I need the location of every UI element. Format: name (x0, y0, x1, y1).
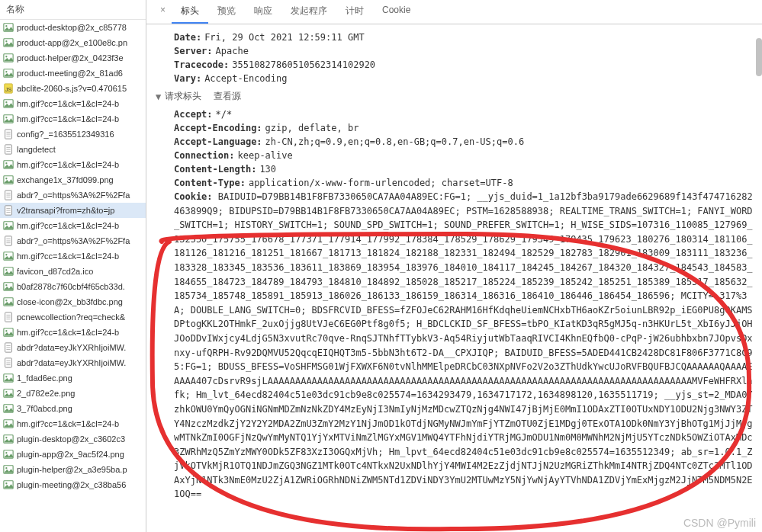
header-value: Fri, 29 Oct 2021 12:59:11 GMT (204, 32, 365, 43)
header-key: Content-Type: (174, 178, 246, 188)
file-item-label: plugin-helper@2x_a3e95ba.p (17, 465, 127, 474)
file-item-label: 2_d782e2e.png (17, 389, 75, 398)
tab-3[interactable]: 发起程序 (281, 0, 336, 24)
svg-point-73 (5, 452, 7, 453)
file-item[interactable]: 1_fdad6ec.png (0, 370, 146, 386)
file-item-label: hm.gif?cc=1&ck=1&cl=24-b (17, 221, 119, 230)
header-value: */* (216, 109, 233, 120)
cookie-header: Cookie: BAIDUID=D79BB14B1F8FB7330650CA7A… (156, 190, 753, 502)
doc-file-icon (3, 129, 14, 139)
close-tab-icon[interactable]: × (154, 0, 172, 24)
view-source-link[interactable]: 查看源 (214, 90, 241, 103)
file-item-label: product-desktop@2x_c85778 (17, 23, 127, 32)
header-key: Accept: (174, 109, 213, 120)
file-item-label: product-app@2x_e100e8c.pn (17, 38, 127, 47)
request-header-row: Accept-Encoding: gzip, deflate, br (156, 121, 753, 135)
chevron-down-icon: ▼ (156, 91, 163, 102)
image-file-icon (3, 98, 14, 109)
file-item[interactable]: product-helper@2x_0423f3e (0, 50, 146, 66)
request-header-row: Content-Type: application/x-www-form-url… (156, 176, 753, 190)
request-headers-section[interactable]: ▼ 请求标头 查看源 (156, 85, 753, 107)
header-key: Accept-Encoding: (174, 123, 262, 133)
svg-point-47 (5, 300, 7, 301)
file-item[interactable]: favicon_d87cd2a.ico (0, 264, 146, 279)
svg-point-7 (5, 71, 7, 72)
header-key: Vary: (174, 73, 201, 84)
file-item[interactable]: pcnewcollection?req=check& (0, 309, 146, 325)
svg-point-35 (5, 223, 7, 225)
file-item-label: hm.gif?cc=1&ck=1&cl=24-b (17, 419, 119, 428)
file-item-label: abdr?data=eyJkYXRhIjoiMW. (17, 343, 126, 352)
image-file-icon (3, 296, 14, 307)
svg-point-67 (5, 406, 7, 408)
image-file-icon (3, 159, 14, 170)
file-item[interactable]: hm.gif?cc=1&ck=1&cl=24-b (0, 416, 146, 431)
file-item[interactable]: hm.gif?cc=1&ck=1&cl=24-b (0, 248, 146, 264)
svg-point-65 (5, 391, 7, 393)
header-value: Accept-Encoding (204, 73, 287, 84)
file-item[interactable]: langdetect (0, 142, 146, 157)
doc-file-icon (3, 342, 14, 353)
file-item-label: plugin-app@2x_9ac5f24.png (17, 450, 124, 459)
file-item[interactable]: plugin-desktop@2x_c3602c3 (0, 431, 146, 447)
tabs: × 标头预览响应发起程序计时Cookie (146, 0, 762, 24)
image-file-icon (3, 281, 14, 292)
file-item[interactable]: abdr?data=eyJkYXRhIjoiMW. (0, 340, 146, 355)
svg-point-45 (5, 284, 7, 286)
file-item[interactable]: product-app@2x_e100e8c.pn (0, 35, 146, 50)
image-file-icon (3, 373, 14, 383)
header-key: Connection: (174, 150, 234, 161)
main-panel: × 标头预览响应发起程序计时Cookie Date: Fri, 29 Oct 2… (146, 0, 762, 532)
file-item[interactable]: abdr?_o=https%3A%2F%2Ffa (0, 233, 146, 248)
file-item[interactable]: hm.gif?cc=1&ck=1&cl=24-b (0, 157, 146, 172)
file-item-label: favicon_d87cd2a.ico (17, 267, 93, 276)
file-item[interactable]: plugin-app@2x_9ac5f24.png (0, 447, 146, 462)
image-file-icon (3, 53, 14, 63)
image-file-icon (3, 434, 14, 444)
file-item[interactable]: hm.gif?cc=1&ck=1&cl=24-b (0, 96, 146, 111)
file-item-label: plugin-meeting@2x_c38ba56 (17, 480, 126, 489)
file-item[interactable]: hm.gif?cc=1&ck=1&cl=24-b (0, 218, 146, 233)
header-key: Tracecode: (174, 59, 229, 70)
file-item[interactable]: exchange1x_37fd099.png (0, 172, 146, 187)
file-item[interactable]: product-meeting@2x_81ad6 (0, 66, 146, 81)
file-item-label: abdr?data=eyJkYXRhIjoiMW. (17, 358, 126, 367)
file-item[interactable]: plugin-helper@2x_a3e95ba.p (0, 462, 146, 477)
doc-file-icon (3, 236, 14, 246)
file-item[interactable]: config?_=1635512349316 (0, 127, 146, 142)
file-item-label: plugin-desktop@2x_c3602c3 (17, 434, 125, 444)
image-file-icon (3, 220, 14, 231)
header-value: 35510827860510562314102920 (232, 59, 375, 70)
cookie-key: Cookie: (174, 191, 213, 202)
file-item[interactable]: 3_7f0abcd.png (0, 401, 146, 416)
sidebar-header: 名称 (0, 0, 146, 20)
file-item[interactable]: b0af2878c7f60cbf4f65cb33d. (0, 279, 146, 294)
svg-point-11 (5, 101, 7, 103)
request-header-row: Content-Length: 130 (156, 162, 753, 176)
image-file-icon (3, 403, 14, 414)
tab-0[interactable]: 标头 (172, 0, 208, 24)
file-item[interactable]: abdr?_o=https%3A%2F%2Ffa (0, 187, 146, 203)
file-item[interactable]: close-icon@2x_bb3fdbc.png (0, 294, 146, 309)
file-item-label: config?_=1635512349316 (17, 130, 114, 139)
scrollbar-thumb[interactable] (756, 38, 762, 76)
file-item[interactable]: abdr?data=eyJkYXRhIjoiMW. (0, 355, 146, 370)
tab-5[interactable]: Cookie (373, 0, 420, 24)
svg-point-1 (5, 25, 7, 27)
tab-1[interactable]: 预览 (208, 0, 245, 24)
image-file-icon (3, 22, 14, 33)
file-item-label: v2transapi?from=zh&to=jp (17, 206, 114, 215)
file-item[interactable]: hm.gif?cc=1&ck=1&cl=24-b (0, 111, 146, 127)
file-item[interactable]: JSabclite-2060-s.js?v=0.470615 (0, 81, 146, 96)
image-file-icon (3, 68, 14, 79)
file-item[interactable]: plugin-meeting@2x_c38ba56 (0, 477, 146, 492)
image-file-icon (3, 327, 14, 338)
svg-point-41 (5, 254, 7, 255)
tab-2[interactable]: 响应 (245, 0, 281, 24)
file-item[interactable]: hm.gif?cc=1&ck=1&cl=24-b (0, 325, 146, 340)
tab-4[interactable]: 计时 (336, 0, 373, 24)
file-item[interactable]: v2transapi?from=zh&to=jp (0, 203, 146, 218)
file-item[interactable]: product-desktop@2x_c85778 (0, 20, 146, 35)
file-item[interactable]: 2_d782e2e.png (0, 386, 146, 401)
header-key: Server: (174, 46, 213, 56)
